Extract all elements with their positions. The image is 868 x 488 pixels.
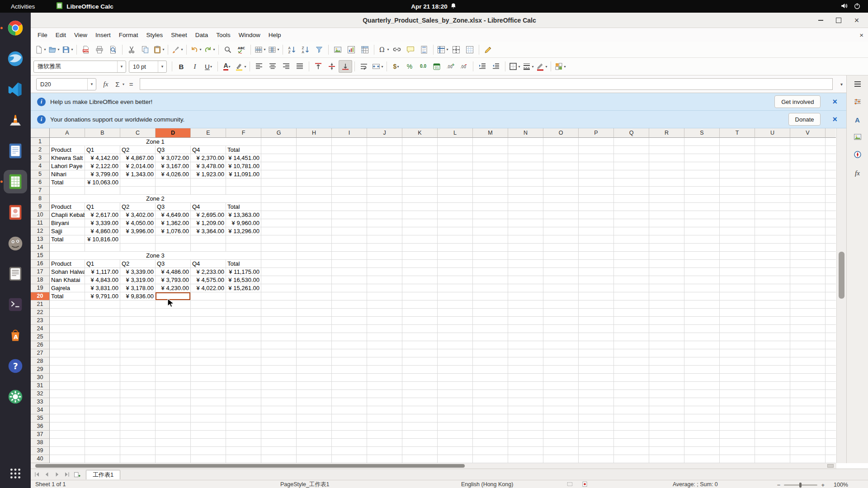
cell-N6[interactable]: [508, 178, 543, 187]
cell-E19[interactable]: ¥ 4,022.00: [191, 284, 226, 292]
cell-I14[interactable]: [332, 244, 367, 252]
cell-U30[interactable]: [755, 374, 790, 382]
cell-T10[interactable]: [720, 211, 755, 219]
cell-C19[interactable]: ¥ 3,178.00: [120, 284, 156, 292]
cell-E40[interactable]: [191, 455, 226, 463]
cell-G28[interactable]: [261, 357, 297, 366]
cell-J10[interactable]: [367, 211, 402, 219]
cell-L32[interactable]: [438, 390, 473, 398]
cell-L22[interactable]: [438, 309, 473, 317]
cell-H27[interactable]: [297, 349, 332, 357]
cell-J4[interactable]: [367, 162, 402, 170]
cell-B3[interactable]: ¥ 4,142.00: [85, 154, 120, 162]
cell-K17[interactable]: [402, 268, 438, 276]
cell-R20[interactable]: [649, 292, 684, 300]
cell-G40[interactable]: [261, 455, 297, 463]
cell-I40[interactable]: [332, 455, 367, 463]
cell-M24[interactable]: [473, 325, 508, 333]
cell-C28[interactable]: [120, 357, 156, 366]
cell-A30[interactable]: [50, 374, 85, 382]
cell-K14[interactable]: [402, 244, 438, 252]
cell-K39[interactable]: [402, 447, 438, 455]
cell-E5[interactable]: ¥ 1,923.00: [191, 170, 226, 178]
cell-K19[interactable]: [402, 284, 438, 292]
cell-F26[interactable]: [226, 341, 261, 349]
cell-U8[interactable]: [755, 195, 790, 203]
add-sheet-button[interactable]: [72, 470, 81, 479]
cell-K38[interactable]: [402, 439, 438, 447]
cell-I21[interactable]: [332, 300, 367, 309]
cell-F11[interactable]: ¥ 9,960.00: [226, 219, 261, 227]
cell-B31[interactable]: [85, 382, 120, 390]
cell-B17[interactable]: ¥ 1,117.00: [85, 268, 120, 276]
cell-K10[interactable]: [402, 211, 438, 219]
cell-E2[interactable]: Q4: [191, 146, 226, 154]
cell-Q19[interactable]: [614, 284, 649, 292]
cell-P31[interactable]: [579, 382, 614, 390]
cell-H36[interactable]: [297, 422, 332, 431]
cell-F38[interactable]: [226, 439, 261, 447]
cell-G19[interactable]: [261, 284, 297, 292]
column-header-S[interactable]: S: [684, 128, 720, 138]
cell-T38[interactable]: [720, 439, 755, 447]
cell-D35[interactable]: [156, 414, 191, 422]
merge-cells-button[interactable]: ▾: [371, 60, 384, 73]
cell-R13[interactable]: [649, 235, 684, 244]
cell-M33[interactable]: [473, 398, 508, 406]
cell-R12[interactable]: [649, 227, 684, 235]
cell-F31[interactable]: [226, 382, 261, 390]
cell-U18[interactable]: [755, 276, 790, 284]
cell-T11[interactable]: [720, 219, 755, 227]
cell-C14[interactable]: [120, 244, 156, 252]
column-header-H[interactable]: H: [297, 128, 332, 138]
cell-N1[interactable]: [508, 138, 543, 146]
cell-T4[interactable]: [720, 162, 755, 170]
cell-M2[interactable]: [473, 146, 508, 154]
row-header-15[interactable]: 15: [31, 252, 50, 260]
cell-O25[interactable]: [543, 333, 579, 341]
cell-E38[interactable]: [191, 439, 226, 447]
dock-libreoffice-writer[interactable]: [4, 139, 27, 163]
cell-H29[interactable]: [297, 366, 332, 374]
vertical-scrollbar[interactable]: [836, 128, 846, 463]
cell-F16[interactable]: Total: [226, 260, 261, 268]
cell-K2[interactable]: [402, 146, 438, 154]
cell-G1[interactable]: [261, 138, 297, 146]
insert-special-character-button[interactable]: Ω▾: [377, 43, 390, 56]
cell-M3[interactable]: [473, 154, 508, 162]
cell-S10[interactable]: [684, 211, 720, 219]
cell-B23[interactable]: [85, 317, 120, 325]
menu-edit[interactable]: Edit: [52, 30, 70, 40]
cell-P28[interactable]: [579, 357, 614, 366]
cell-O22[interactable]: [543, 309, 579, 317]
cell-M7[interactable]: [473, 187, 508, 195]
cell-G26[interactable]: [261, 341, 297, 349]
sidebar-styles-button[interactable]: A: [851, 114, 864, 126]
cell-E18[interactable]: ¥ 4,575.00: [191, 276, 226, 284]
cell-L40[interactable]: [438, 455, 473, 463]
column-header-B[interactable]: B: [85, 128, 120, 138]
cell-V9[interactable]: [790, 203, 826, 211]
print-button[interactable]: [93, 43, 106, 56]
cell-N17[interactable]: [508, 268, 543, 276]
cell-M31[interactable]: [473, 382, 508, 390]
cell-C31[interactable]: [120, 382, 156, 390]
cell-G21[interactable]: [261, 300, 297, 309]
row-header-5[interactable]: 5: [31, 170, 50, 178]
menu-file[interactable]: File: [33, 30, 52, 40]
cell-E30[interactable]: [191, 374, 226, 382]
cell-C30[interactable]: [120, 374, 156, 382]
cell-R19[interactable]: [649, 284, 684, 292]
cell-U20[interactable]: [755, 292, 790, 300]
cell-O17[interactable]: [543, 268, 579, 276]
cell-A24[interactable]: [50, 325, 85, 333]
cell-K25[interactable]: [402, 333, 438, 341]
cell-T7[interactable]: [720, 187, 755, 195]
cell-Q20[interactable]: [614, 292, 649, 300]
cell-C6[interactable]: [120, 178, 156, 187]
cell-B26[interactable]: [85, 341, 120, 349]
cell-C23[interactable]: [120, 317, 156, 325]
cell-I7[interactable]: [332, 187, 367, 195]
cell-M27[interactable]: [473, 349, 508, 357]
cell-V14[interactable]: [790, 244, 826, 252]
